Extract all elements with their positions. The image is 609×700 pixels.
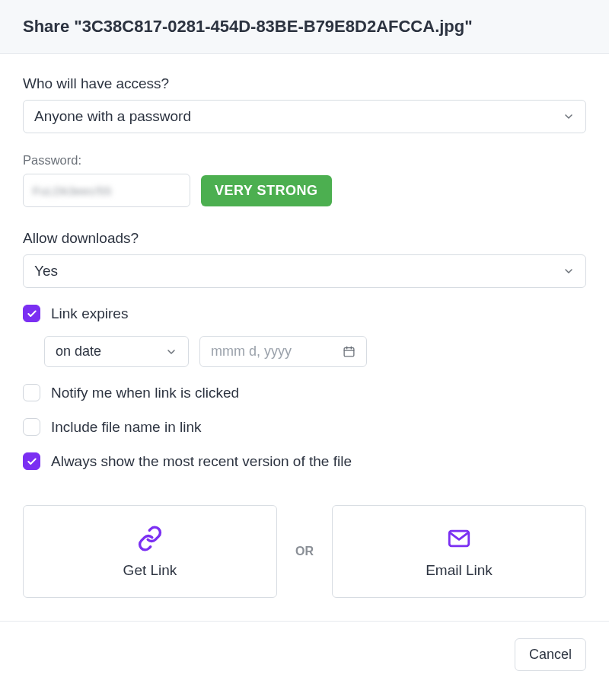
expire-date-placeholder: mmm d, yyyy [211, 344, 292, 360]
password-label: Password: [23, 153, 586, 168]
chevron-down-icon [563, 265, 575, 277]
dialog-footer: Cancel [0, 622, 609, 688]
access-select[interactable]: Anyone with a password [23, 100, 586, 133]
include-filename-label: Include file name in link [51, 419, 202, 436]
chevron-down-icon [563, 110, 575, 123]
downloads-select[interactable]: Yes [23, 254, 586, 288]
svg-rect-0 [344, 348, 354, 356]
cancel-button[interactable]: Cancel [515, 638, 586, 671]
dialog-content: Who will have access? Anyone with a pass… [0, 54, 609, 622]
downloads-value: Yes [34, 263, 58, 280]
notify-label: Notify me when link is clicked [51, 385, 239, 401]
downloads-label: Allow downloads? [23, 230, 586, 247]
calendar-icon [343, 345, 356, 358]
get-link-button[interactable]: Get Link [23, 505, 277, 598]
email-link-label: Email Link [426, 562, 493, 579]
always-recent-checkbox[interactable] [23, 452, 40, 470]
link-icon [137, 526, 163, 551]
expire-date-input[interactable]: mmm d, yyyy [199, 336, 367, 367]
password-masked-value: FuLDk3eec/55 [33, 184, 112, 197]
access-label: Who will have access? [23, 75, 586, 92]
password-input[interactable]: FuLDk3eec/55 [23, 174, 190, 207]
check-icon [27, 308, 37, 319]
check-icon [27, 456, 37, 467]
chevron-down-icon [165, 346, 177, 358]
dialog-title: Share "3C38C817-0281-454D-83BE-B79E8D2AF… [23, 17, 586, 37]
dialog-header: Share "3C38C817-0281-454D-83BE-B79E8D2AF… [0, 0, 609, 54]
link-expires-label: Link expires [51, 305, 128, 322]
envelope-icon [446, 526, 472, 551]
expire-mode-select[interactable]: on date [44, 336, 189, 367]
include-filename-checkbox[interactable] [23, 418, 40, 436]
get-link-label: Get Link [123, 562, 177, 579]
expire-mode-value: on date [56, 344, 101, 360]
password-strength-badge: VERY STRONG [201, 175, 332, 206]
notify-checkbox[interactable] [23, 384, 40, 401]
access-value: Anyone with a password [34, 108, 191, 125]
always-recent-label: Always show the most recent version of t… [51, 453, 352, 470]
link-expires-checkbox[interactable] [23, 305, 40, 322]
action-separator: OR [295, 545, 314, 558]
email-link-button[interactable]: Email Link [332, 505, 586, 598]
